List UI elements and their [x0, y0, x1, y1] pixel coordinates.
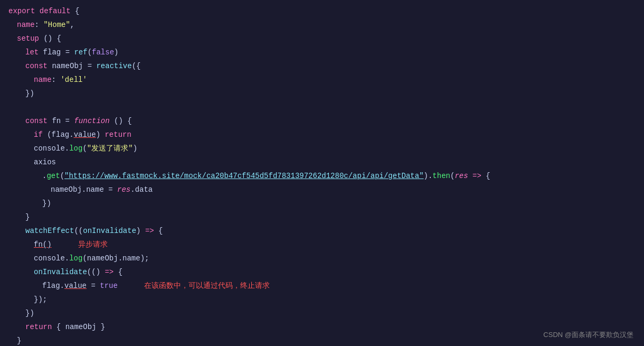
- code-line-12: axios: [0, 155, 644, 169]
- string-send-req: "发送了请求": [87, 142, 133, 155]
- code-line-4: let flag = ref ( false ): [0, 45, 644, 59]
- code-line-5: const nameObj = reactive ({: [0, 59, 644, 73]
- fn-onInvalidate-call: onInvalidate: [34, 265, 87, 279]
- annotation-async: 异步请求: [78, 238, 108, 251]
- url-fastmock: "https://www.fastmock.site/mock/ca20b47c…: [64, 169, 424, 183]
- string-home: "Home": [43, 18, 70, 32]
- value-false: false: [92, 45, 114, 59]
- fn-ref: ref: [74, 45, 87, 59]
- code-line-9: const fn = function () {: [0, 114, 644, 128]
- code-line-21: flag. value = true 在该函数中，可以通过代码，终止请求: [0, 279, 644, 293]
- code-line-1: export default {: [0, 4, 644, 18]
- prop-value2-underlined: value: [64, 279, 87, 293]
- arrow-op3: =>: [105, 265, 113, 279]
- watermark: CSDN @面条请不要欺负汉堡: [543, 330, 633, 340]
- var-res2: res: [117, 183, 130, 197]
- code-line-14: nameObj.name = res .data: [0, 183, 644, 197]
- keyword-name: name: [17, 18, 35, 32]
- arrow-op: =>: [472, 169, 481, 183]
- code-line-16: }: [0, 210, 644, 224]
- code-line-13: . get ( "https://www.fastmock.site/mock/…: [0, 169, 644, 183]
- keyword-function: function: [74, 114, 109, 128]
- keyword-return2: return: [25, 320, 52, 334]
- keyword-export: export: [8, 4, 35, 18]
- prop-name: name: [34, 73, 52, 87]
- fn-then: then: [432, 169, 450, 183]
- arrow-op2: =>: [145, 224, 154, 238]
- code-line-11: console. log ( "发送了请求" ): [0, 142, 644, 155]
- keyword-const: const: [25, 59, 48, 73]
- code-line-17: watchEffect (( onInvalidate ) => {: [0, 224, 644, 238]
- code-editor: export default { name : "Home" , setup (…: [0, 0, 644, 346]
- value-true: true: [100, 279, 118, 293]
- code-line-23: }): [0, 306, 644, 320]
- code-line-19: console. log (nameObj.name);: [0, 251, 644, 265]
- code-line-7: }): [0, 87, 644, 100]
- code-line-20: onInvalidate (() => {: [0, 265, 644, 279]
- param-onInvalidate: onInvalidate: [83, 224, 136, 238]
- keyword-const2: const: [25, 114, 48, 128]
- code-line-6: name : 'dell': [0, 73, 644, 87]
- param-res: res: [454, 169, 468, 183]
- keyword-return: return: [105, 128, 131, 142]
- code-line-22: });: [0, 293, 644, 306]
- code-line-18: fn() 异步请求: [0, 238, 644, 251]
- code-line-2: name : "Home" ,: [0, 18, 644, 32]
- fn-get: get: [46, 169, 60, 183]
- code-line-15: }): [0, 197, 644, 210]
- fn-watchEffect: watchEffect: [25, 224, 74, 238]
- fn-log2: log: [69, 251, 82, 265]
- keyword-let: let: [25, 45, 39, 59]
- code-line-3: setup () {: [0, 32, 644, 45]
- keyword-setup: setup: [17, 32, 39, 45]
- fn-reactive: reactive: [96, 59, 131, 73]
- prop-value-underlined: value: [74, 128, 96, 142]
- keyword-default: default: [40, 4, 71, 18]
- code-line-8: [0, 100, 644, 114]
- string-dell: 'dell': [60, 73, 87, 87]
- annotation-stop: 在该函数中，可以通过代码，终止请求: [144, 279, 270, 293]
- fn-log: log: [69, 142, 82, 155]
- keyword-if: if: [34, 128, 43, 142]
- fn-call-fn: fn(): [34, 238, 52, 251]
- code-line-10: if (flag. value ) return: [0, 128, 644, 142]
